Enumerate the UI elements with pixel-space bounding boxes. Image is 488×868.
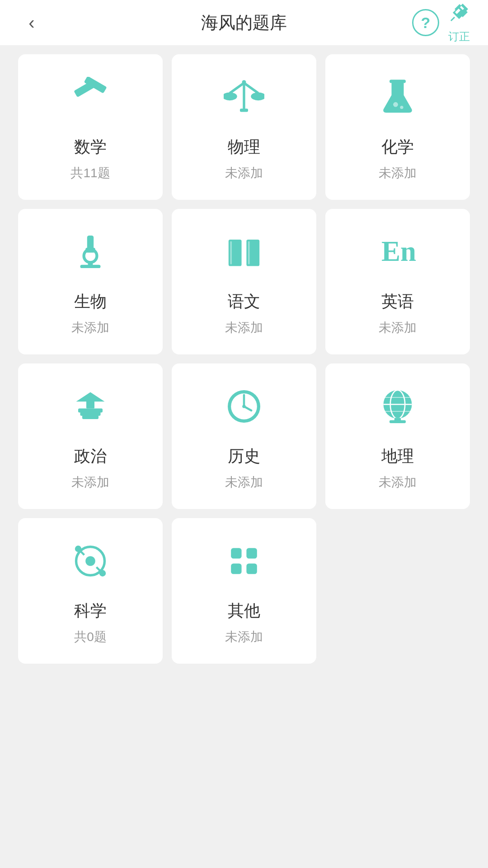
svg-point-45: [99, 570, 106, 576]
svg-rect-18: [230, 241, 232, 264]
subjects-grid: 数学共11题 物理未添加 化学未添加: [0, 45, 488, 682]
svg-rect-12: [87, 236, 94, 250]
subject-count-politics: 未添加: [71, 474, 109, 491]
svg-point-32: [242, 405, 245, 408]
subject-count-history: 未添加: [225, 474, 263, 491]
subject-name-physics: 物理: [228, 136, 260, 158]
svg-point-44: [75, 546, 81, 552]
subject-card-science[interactable]: 科学共0题: [18, 518, 163, 664]
subject-name-math: 数学: [74, 136, 107, 158]
svg-rect-39: [389, 420, 406, 423]
subject-card-chemistry[interactable]: 化学未添加: [325, 54, 470, 200]
svg-point-41: [85, 556, 95, 566]
subject-card-math[interactable]: 数学共11题: [18, 54, 163, 200]
pin-button[interactable]: 订正: [448, 2, 470, 44]
header: ‹ 海风的题库 ? 订正: [0, 0, 488, 45]
subject-card-history[interactable]: 历史未添加: [172, 363, 316, 509]
subject-card-politics[interactable]: 政治未添加: [18, 363, 163, 509]
subject-count-math: 共11题: [70, 165, 110, 182]
svg-point-11: [400, 106, 403, 109]
svg-rect-47: [246, 548, 257, 558]
subject-card-geography[interactable]: 地理未添加: [325, 363, 470, 509]
svg-rect-16: [80, 265, 101, 268]
english-icon: En: [377, 231, 418, 278]
svg-point-5: [242, 80, 246, 84]
back-icon: ‹: [28, 13, 34, 33]
subject-card-chinese[interactable]: 语文未添加: [172, 209, 316, 354]
subject-name-chemistry: 化学: [381, 136, 414, 158]
geography-icon: [377, 386, 418, 433]
svg-line-4: [244, 83, 258, 94]
subject-card-physics[interactable]: 物理未添加: [172, 54, 316, 200]
svg-line-3: [230, 83, 244, 94]
subject-name-science: 科学: [74, 600, 107, 622]
physics-icon: [224, 77, 264, 123]
svg-point-6: [224, 92, 237, 100]
pin-label: 订正: [448, 29, 470, 44]
subject-count-biology: 未添加: [71, 319, 109, 336]
politics-icon: [70, 386, 111, 433]
pin-icon: [448, 2, 470, 28]
subject-count-geography: 未添加: [379, 474, 417, 491]
subject-name-politics: 政治: [74, 445, 107, 467]
subject-name-english: 英语: [381, 291, 414, 313]
back-button[interactable]: ‹: [18, 9, 45, 36]
biology-icon: [70, 231, 111, 278]
svg-rect-9: [389, 80, 406, 83]
svg-rect-48: [231, 563, 241, 574]
svg-text:En: En: [381, 236, 416, 267]
subject-count-english: 未添加: [379, 319, 417, 336]
svg-rect-46: [231, 548, 241, 558]
subject-count-chinese: 未添加: [225, 319, 263, 336]
svg-rect-26: [86, 401, 94, 409]
svg-point-7: [251, 92, 264, 100]
subject-card-other[interactable]: 其他未添加: [172, 518, 316, 664]
other-icon: [224, 541, 264, 587]
subject-count-chemistry: 未添加: [379, 165, 417, 182]
header-actions: ? 订正: [412, 2, 470, 44]
subject-card-english[interactable]: En 英语未添加: [325, 209, 470, 354]
math-icon: [70, 77, 111, 123]
subject-card-biology[interactable]: 生物未添加: [18, 209, 163, 354]
svg-marker-25: [76, 392, 105, 402]
svg-rect-49: [246, 563, 257, 574]
subject-name-chinese: 语文: [228, 291, 260, 313]
subject-name-biology: 生物: [74, 291, 107, 313]
subject-count-other: 未添加: [225, 628, 263, 646]
subject-name-other: 其他: [228, 600, 260, 622]
svg-point-10: [393, 102, 398, 107]
page-title: 海风的题库: [201, 11, 287, 34]
subject-name-history: 历史: [228, 445, 260, 467]
svg-rect-24: [82, 415, 99, 419]
svg-rect-20: [248, 241, 250, 264]
chinese-icon: [224, 231, 264, 278]
subject-name-geography: 地理: [381, 445, 414, 467]
svg-rect-8: [240, 108, 248, 112]
help-button[interactable]: ?: [412, 9, 439, 36]
chemistry-icon: [377, 77, 418, 123]
history-icon: [224, 386, 264, 433]
science-icon: [70, 541, 111, 587]
help-icon: ?: [421, 14, 431, 32]
subject-count-science: 共0题: [74, 628, 107, 646]
subject-count-physics: 未添加: [225, 165, 263, 182]
